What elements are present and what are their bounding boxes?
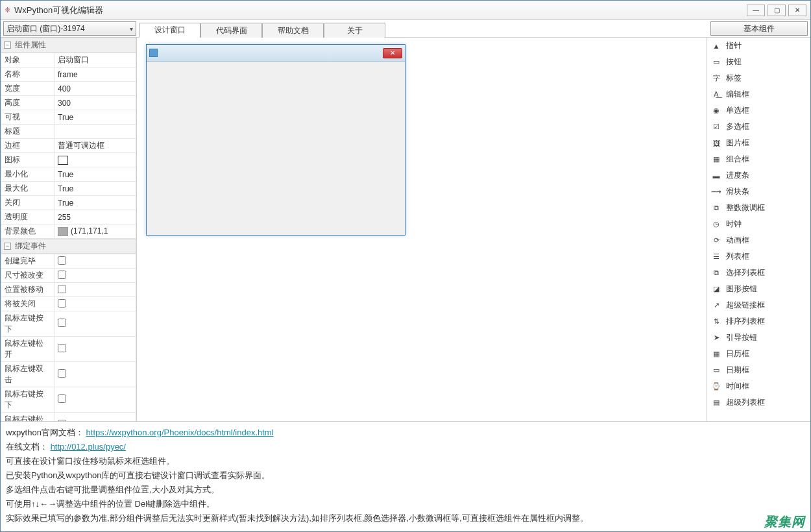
component-item-check[interactable]: ☑多选框 xyxy=(707,119,810,135)
component-item-imgbtn[interactable]: ◪图形按钮 xyxy=(707,281,810,297)
component-item-clock[interactable]: ◷时钟 xyxy=(707,216,810,232)
property-value[interactable]: True xyxy=(54,182,136,196)
tab-help[interactable]: 帮助文档 xyxy=(262,23,324,38)
time-icon: ⌚ xyxy=(711,381,721,392)
preview-close-button[interactable]: ✕ xyxy=(383,48,402,58)
component-item-date[interactable]: ▭日期框 xyxy=(707,362,810,378)
event-row[interactable]: 鼠标左键松开 xyxy=(1,337,136,362)
component-label: 单选框 xyxy=(726,105,749,116)
event-row[interactable]: 将被关闭 xyxy=(1,297,136,311)
property-value[interactable]: 255 xyxy=(54,210,136,224)
property-label: 背景颜色 xyxy=(1,224,54,239)
event-row[interactable]: 鼠标右键松开 xyxy=(1,413,136,422)
property-value[interactable]: True xyxy=(54,167,136,182)
tab-design[interactable]: 设计窗口 xyxy=(139,23,200,38)
property-row[interactable]: 最小化True xyxy=(1,167,136,182)
event-row[interactable]: 鼠标左键双击 xyxy=(1,362,136,387)
component-item-guide[interactable]: ➤引导按钮 xyxy=(707,330,810,346)
close-button[interactable]: ✕ xyxy=(788,5,806,16)
component-item-calendar[interactable]: ▦日历框 xyxy=(707,346,810,362)
tab-about[interactable]: 关于 xyxy=(324,23,385,38)
event-row[interactable]: 尺寸被改变 xyxy=(1,269,136,283)
component-item-list[interactable]: ☰列表框 xyxy=(707,248,810,265)
property-value[interactable]: True xyxy=(54,196,136,210)
minimize-button[interactable]: — xyxy=(747,5,765,16)
property-row[interactable]: 关闭True xyxy=(1,196,136,210)
window-select-dropdown[interactable]: 启动窗口 (窗口)-31974 xyxy=(3,21,136,36)
preview-window[interactable]: ✕ xyxy=(146,44,406,236)
property-panel[interactable]: − 组件属性 对象启动窗口名称frame宽度400高度300可视True标题边框… xyxy=(1,38,137,421)
property-row[interactable]: 宽度400 xyxy=(1,82,136,96)
event-checkbox-cell[interactable] xyxy=(54,387,136,413)
property-value[interactable]: True xyxy=(54,110,136,125)
prop-section-header[interactable]: − 组件属性 xyxy=(1,38,136,53)
component-item-slider[interactable]: ⟿滑块条 xyxy=(707,184,810,200)
property-row[interactable]: 高度300 xyxy=(1,96,136,110)
image-icon: 🖼 xyxy=(711,138,721,149)
event-checkbox[interactable] xyxy=(58,369,66,378)
component-item-sortlist[interactable]: ⇅排序列表框 xyxy=(707,313,810,330)
component-item-label[interactable]: 字标签 xyxy=(707,70,810,86)
event-checkbox-cell[interactable] xyxy=(54,362,136,387)
property-value[interactable]: 300 xyxy=(54,96,136,110)
event-row[interactable]: 创建完毕 xyxy=(1,254,136,269)
event-row[interactable]: 鼠标右键按下 xyxy=(1,387,136,413)
property-row[interactable]: 可视True xyxy=(1,110,136,125)
maximize-button[interactable]: ▢ xyxy=(768,5,786,16)
component-item-time[interactable]: ⌚时间框 xyxy=(707,378,810,394)
property-value[interactable]: 普通可调边框 xyxy=(54,139,136,153)
event-checkbox[interactable] xyxy=(58,271,66,279)
online-link[interactable]: http://012.plus/pyec/ xyxy=(51,442,126,452)
property-value[interactable] xyxy=(54,125,136,139)
preview-titlebar[interactable]: ✕ xyxy=(147,45,405,62)
event-row[interactable]: 鼠标左键按下 xyxy=(1,311,136,337)
property-row[interactable]: 最大化True xyxy=(1,182,136,196)
property-row[interactable]: 对象启动窗口 xyxy=(1,53,136,67)
event-checkbox[interactable] xyxy=(58,319,66,327)
event-checkbox-cell[interactable] xyxy=(54,254,136,269)
property-value[interactable] xyxy=(54,153,136,167)
event-checkbox-cell[interactable] xyxy=(54,297,136,311)
design-canvas[interactable]: ✕ xyxy=(137,38,707,421)
component-item-spin[interactable]: ⧉整数微调框 xyxy=(707,200,810,216)
event-section-header[interactable]: − 绑定事件 xyxy=(1,239,136,254)
basic-components-button[interactable]: 基本组件 xyxy=(710,21,808,36)
property-row[interactable]: 边框普通可调边框 xyxy=(1,139,136,153)
component-item-superlist[interactable]: ▤超级列表框 xyxy=(707,394,810,411)
component-item-button[interactable]: ▭按钮 xyxy=(707,54,810,70)
component-item-choicelist[interactable]: ⧉选择列表框 xyxy=(707,265,810,281)
property-row[interactable]: 背景颜色(171,171,1 xyxy=(1,224,136,239)
component-item-progress[interactable]: ▬进度条 xyxy=(707,167,810,184)
property-row[interactable]: 名称frame xyxy=(1,67,136,82)
event-checkbox-cell[interactable] xyxy=(54,311,136,337)
component-item-edit[interactable]: A͟编辑框 xyxy=(707,86,810,103)
event-checkbox[interactable] xyxy=(58,344,66,352)
property-value[interactable]: 400 xyxy=(54,82,136,96)
event-checkbox[interactable] xyxy=(58,299,66,308)
event-checkbox[interactable] xyxy=(58,285,66,293)
component-palette[interactable]: ▲指针▭按钮字标签A͟编辑框◉单选框☑多选框🖼图片框▦组合框▬进度条⟿滑块条⧉整… xyxy=(707,38,810,421)
component-item-image[interactable]: 🖼图片框 xyxy=(707,135,810,151)
component-item-anim[interactable]: ⟳动画框 xyxy=(707,232,810,248)
event-checkbox-cell[interactable] xyxy=(54,283,136,297)
event-checkbox-cell[interactable] xyxy=(54,269,136,283)
event-checkbox[interactable] xyxy=(58,394,66,403)
component-item-group[interactable]: ▦组合框 xyxy=(707,151,810,167)
event-checkbox-cell[interactable] xyxy=(54,413,136,422)
property-value[interactable]: (171,171,1 xyxy=(54,224,136,239)
component-item-pointer[interactable]: ▲指针 xyxy=(707,38,810,54)
component-item-radio[interactable]: ◉单选框 xyxy=(707,103,810,119)
property-row[interactable]: 图标 xyxy=(1,153,136,167)
property-row[interactable]: 标题 xyxy=(1,125,136,139)
tab-code[interactable]: 代码界面 xyxy=(200,23,262,38)
event-checkbox[interactable] xyxy=(58,256,66,265)
collapse-icon[interactable]: − xyxy=(4,243,11,250)
doc-link[interactable]: https://wxpython.org/Phoenix/docs/html/i… xyxy=(86,428,274,437)
event-checkbox-cell[interactable] xyxy=(54,337,136,362)
event-row[interactable]: 位置被移动 xyxy=(1,283,136,297)
collapse-icon[interactable]: − xyxy=(4,42,11,49)
property-value[interactable]: frame xyxy=(54,67,136,82)
component-item-hyperlink[interactable]: ↗超级链接框 xyxy=(707,297,810,313)
property-row[interactable]: 透明度255 xyxy=(1,210,136,224)
property-value[interactable]: 启动窗口 xyxy=(54,53,136,67)
